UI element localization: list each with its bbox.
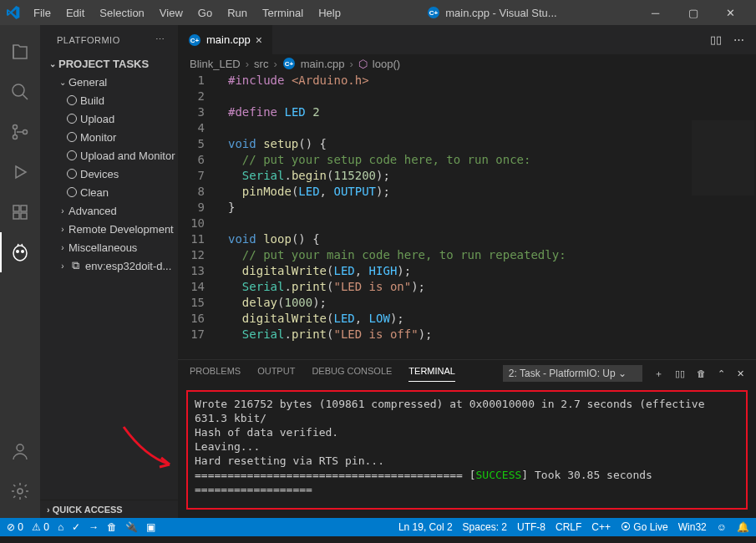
cpp-file-icon: C+ — [427, 6, 440, 19]
status-arrow-icon[interactable]: → — [89, 521, 99, 533]
code-editor[interactable]: 1234567891011121314151617 #include <Ardu… — [178, 73, 756, 359]
advanced-folder[interactable]: ›Advanced — [40, 201, 178, 220]
status-cursor[interactable]: Ln 19, Col 2 — [398, 521, 453, 533]
editor-area: C+ main.cpp × ▯▯ ⋯ Blink_LED› src› C+ ma… — [178, 25, 756, 518]
svg-point-4 — [13, 135, 18, 140]
sidebar-header: PLATFORMIO ⋯ — [40, 25, 178, 54]
panel: PROBLEMS OUTPUT DEBUG CONSOLE TERMINAL 2… — [178, 359, 756, 518]
window-title: C+ main.cpp - Visual Stu... — [348, 6, 637, 19]
kill-terminal-icon[interactable]: 🗑 — [697, 368, 706, 378]
env-folder[interactable]: ›⧉env:esp32doit-d... — [40, 256, 178, 275]
status-encoding[interactable]: UTF-8 — [517, 521, 545, 533]
task-build[interactable]: Build — [40, 91, 178, 109]
panel-tabs: PROBLEMS OUTPUT DEBUG CONSOLE TERMINAL 2… — [178, 360, 756, 387]
misc-folder[interactable]: ›Miscellaneous — [40, 238, 178, 256]
task-devices[interactable]: Devices — [40, 165, 178, 183]
svg-text:C+: C+ — [190, 37, 200, 44]
status-feedback-icon[interactable]: ☺ — [717, 521, 727, 533]
svg-point-14 — [18, 489, 23, 494]
activity-bar — [0, 25, 40, 518]
svg-point-11 — [16, 250, 19, 253]
quick-access-header[interactable]: › QUICK ACCESS — [40, 500, 178, 518]
status-bar: ⊘ 0 ⚠ 0 ⌂ ✓ → 🗑 🔌 ▣ Ln 19, Col 2 Spaces:… — [0, 518, 756, 536]
task-upload[interactable]: Upload — [40, 109, 178, 128]
svg-text:C+: C+ — [429, 9, 439, 17]
panel-tab-debug[interactable]: DEBUG CONSOLE — [312, 366, 392, 381]
new-terminal-icon[interactable]: ＋ — [654, 368, 663, 380]
task-upload-monitor[interactable]: Upload and Monitor — [40, 146, 178, 165]
svg-point-5 — [23, 130, 28, 134]
svg-rect-6 — [13, 206, 19, 211]
source-control-icon[interactable] — [0, 112, 40, 152]
close-button[interactable]: ✕ — [712, 0, 749, 25]
status-trash-icon[interactable]: 🗑 — [107, 521, 117, 533]
svg-point-12 — [21, 250, 24, 253]
svg-point-3 — [13, 125, 18, 129]
menu-edit[interactable]: Edit — [59, 3, 91, 23]
breadcrumb[interactable]: Blink_LED› src› C+ main.cpp› ⬡loop() — [178, 54, 756, 73]
cpp-file-icon: C+ — [188, 33, 201, 47]
status-terminal-icon[interactable]: ▣ — [146, 521, 155, 533]
svg-text:C+: C+ — [285, 60, 294, 68]
general-folder[interactable]: ⌄General — [40, 73, 178, 91]
accounts-icon[interactable] — [0, 431, 40, 471]
minimap[interactable] — [692, 120, 754, 195]
split-terminal-icon[interactable]: ▯▯ — [675, 368, 685, 379]
svg-rect-8 — [21, 213, 27, 219]
editor-more-icon[interactable]: ⋯ — [733, 33, 744, 46]
svg-rect-7 — [13, 213, 19, 219]
menu-bar: File Edit Selection View Go Run Terminal… — [27, 3, 348, 23]
status-check-icon[interactable]: ✓ — [72, 521, 80, 533]
panel-tab-terminal[interactable]: TERMINAL — [408, 366, 455, 382]
task-monitor[interactable]: Monitor — [40, 128, 178, 146]
split-editor-icon[interactable]: ▯▯ — [710, 33, 722, 46]
tab-main-cpp[interactable]: C+ main.cpp × — [178, 25, 272, 54]
terminal-output[interactable]: Wrote 216752 bytes (109861 compressed) a… — [186, 390, 748, 510]
status-bell-icon[interactable]: 🔔 — [737, 521, 749, 533]
vscode-logo-icon — [7, 6, 20, 19]
svg-point-10 — [13, 246, 27, 261]
menu-view[interactable]: View — [153, 3, 190, 23]
titlebar: File Edit Selection View Go Run Terminal… — [0, 0, 756, 25]
svg-point-2 — [13, 84, 24, 96]
close-panel-icon[interactable]: ✕ — [737, 368, 744, 379]
terminal-selector[interactable]: 2: Task - PlatformIO: Up ⌄ — [503, 365, 642, 382]
maximize-panel-icon[interactable]: ⌃ — [718, 368, 725, 379]
panel-tab-output[interactable]: OUTPUT — [257, 366, 295, 381]
editor-tabs: C+ main.cpp × ▯▯ ⋯ — [178, 25, 756, 54]
status-spaces[interactable]: Spaces: 2 — [463, 521, 507, 533]
window-controls: ─ ▢ ✕ — [637, 0, 749, 25]
status-eol[interactable]: CRLF — [556, 521, 581, 533]
status-lang[interactable]: C++ — [591, 521, 611, 533]
cpp-file-icon: C+ — [282, 57, 296, 70]
svg-rect-9 — [21, 206, 27, 211]
menu-run[interactable]: Run — [221, 3, 254, 23]
svg-point-13 — [17, 444, 23, 451]
panel-tab-problems[interactable]: PROBLEMS — [190, 366, 241, 381]
extensions-icon[interactable] — [0, 192, 40, 232]
menu-terminal[interactable]: Terminal — [256, 3, 310, 23]
status-plug-icon[interactable]: 🔌 — [125, 521, 138, 533]
settings-icon[interactable] — [0, 471, 40, 511]
menu-go[interactable]: Go — [191, 3, 219, 23]
search-icon[interactable] — [0, 72, 40, 112]
menu-selection[interactable]: Selection — [93, 3, 150, 23]
tab-close-icon[interactable]: × — [256, 33, 262, 47]
status-warnings[interactable]: ⚠ 0 — [32, 521, 49, 533]
project-tasks-header[interactable]: ⌄PROJECT TASKS — [40, 54, 178, 73]
status-errors[interactable]: ⊘ 0 — [7, 521, 23, 533]
menu-help[interactable]: Help — [312, 3, 348, 23]
remote-dev-folder[interactable]: ›Remote Development — [40, 220, 178, 238]
more-icon[interactable]: ⋯ — [155, 34, 165, 45]
task-clean[interactable]: Clean — [40, 183, 178, 201]
run-debug-icon[interactable] — [0, 152, 40, 192]
maximize-button[interactable]: ▢ — [674, 0, 712, 25]
menu-file[interactable]: File — [27, 3, 58, 23]
minimize-button[interactable]: ─ — [637, 0, 674, 25]
annotation-arrow-icon — [119, 423, 178, 473]
explorer-icon[interactable] — [0, 32, 40, 72]
platformio-icon[interactable] — [0, 232, 40, 272]
status-home-icon[interactable]: ⌂ — [58, 521, 63, 533]
status-platform[interactable]: Win32 — [678, 521, 707, 533]
status-golive[interactable]: ⦿ Go Live — [621, 521, 668, 533]
